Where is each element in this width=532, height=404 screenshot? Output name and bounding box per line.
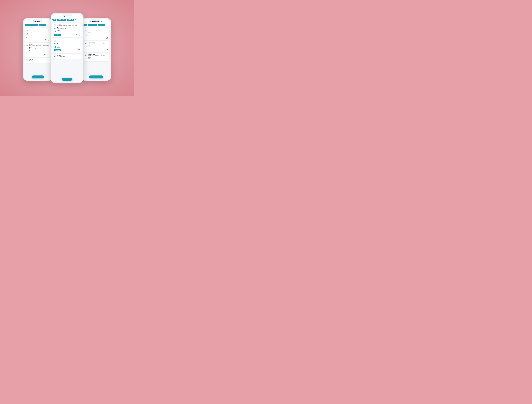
q-delete-icon-1[interactable]: [78, 34, 80, 36]
card-row-detail-1: Detail Learn how to use SketchUp to crea…: [26, 32, 50, 35]
related-status-icon-1: [85, 34, 87, 36]
tab-edit-center[interactable]: Edit: [52, 19, 56, 21]
card-row-detail-2: Detail Beginners to Intermediate Users: [26, 47, 50, 50]
related-book-icon-1: [85, 29, 87, 32]
related-status-icon-2: [85, 45, 87, 48]
phone-notch-center: [62, 14, 72, 16]
tab-bar-right: Edit Course Include What Learn: [82, 23, 110, 27]
related-card-actions-1: [85, 37, 108, 39]
related-card-3: Related Courses Music Production with Mi…: [83, 53, 109, 61]
tab-whatlearn-right[interactable]: What Learn: [97, 24, 105, 26]
back-arrow-left[interactable]: ←: [25, 20, 27, 22]
add-ans-btn-2[interactable]: + Add Ans.: [54, 49, 61, 51]
back-arrow-right[interactable]: ←: [84, 20, 85, 22]
detail-info-2: Detail Beginners to Intermediate Users: [29, 47, 42, 50]
q-check-icon-2[interactable]: [75, 49, 77, 51]
q-question-info-1: Q: What is Flutter describe: [57, 27, 66, 29]
add-what-learns-btn[interactable]: + Add What Learns: [32, 76, 44, 78]
card-row-courses-3: Courses Pro Ske...: [26, 59, 50, 61]
phone-left: ← What Learns Edit Course Include What L…: [23, 18, 53, 81]
svg-rect-21: [55, 47, 55, 48]
tab-course-left[interactable]: Course Include: [29, 24, 38, 26]
q-status-icon-1: [54, 30, 56, 33]
svg-rect-15: [54, 32, 54, 32]
q-courses-row-3: Courses Pro SketchUp - A P...: [54, 55, 80, 57]
tab-course-center[interactable]: Course Include: [57, 19, 66, 21]
phone-center: ← Question Edit Course Include What Lear…: [51, 13, 83, 83]
q-card-actions-1: [75, 34, 80, 36]
add-question-btn[interactable]: + Add Question: [62, 78, 72, 81]
related-row-1: Related Courses Internationally Accredit…: [85, 29, 108, 33]
svg-rect-27: [86, 34, 87, 36]
q-courses-row-2: Courses Pro SketchUp - A Practical Cours…: [54, 39, 80, 42]
tab-bar-left: Edit Course Include What Learn: [24, 23, 52, 27]
q-courses-info-1: Courses Pro SketchUp - A Practical Cours…: [57, 24, 77, 26]
tab-more-left: [47, 25, 48, 25]
svg-rect-29: [85, 47, 85, 47]
svg-rect-35: [86, 58, 87, 59]
screen-right: ← Related Courses Edit Course Include Wh…: [82, 19, 110, 80]
back-arrow-center[interactable]: ←: [53, 15, 55, 17]
svg-rect-22: [55, 46, 56, 48]
related-info-1: Related Courses Internationally Accredit…: [88, 29, 108, 33]
q-status-icon-2: [54, 46, 56, 48]
q-delete-icon-2[interactable]: [78, 49, 80, 51]
q-question-row-2: Q: this is Questions: [54, 43, 80, 45]
related-info-3: Related Courses Music Production with Mi…: [88, 54, 104, 56]
card-left-1: Courses Pro SketchUp - A Practical Cours…: [25, 28, 51, 42]
edit-check-icon-1[interactable]: [44, 38, 46, 41]
related-status-row-3: Status Active: [85, 57, 108, 59]
svg-rect-4: [27, 37, 27, 38]
delete-icon-1[interactable]: [47, 38, 50, 41]
tab-whatlearn-left[interactable]: What Learn: [39, 24, 46, 26]
q-card-1: Courses Pro SketchUp - A Practical Cours…: [52, 23, 82, 37]
status-info-1: Status Active: [29, 36, 32, 38]
svg-rect-11: [28, 51, 28, 52]
tab-course-right[interactable]: Course Include: [88, 24, 97, 26]
edit-check-icon-2[interactable]: [44, 53, 46, 56]
status-icon-1: [26, 36, 28, 38]
svg-rect-9: [26, 52, 27, 52]
svg-rect-34: [86, 58, 86, 59]
related-status-info-2: Status Active: [88, 45, 91, 48]
related-info-2: Related Courses Pro SketchUp - A Practic…: [88, 42, 108, 44]
svg-rect-20: [54, 47, 54, 48]
related-status-icon-3: [85, 57, 87, 59]
related-check-icon-1[interactable]: [103, 37, 105, 39]
tab-edit-left[interactable]: Edit: [25, 24, 29, 26]
screen-center: ← Question Edit Course Include What Lear…: [51, 14, 83, 82]
courses-info-3: Courses Pro Ske...: [29, 59, 33, 61]
related-delete-icon-1[interactable]: [106, 37, 108, 39]
related-book-icon-2: [85, 42, 87, 45]
tab-whatlearn-center[interactable]: What Learn: [67, 19, 74, 21]
add-related-courses-btn[interactable]: + Add Related Courses: [89, 76, 103, 78]
q-chat-icon-2: [54, 43, 56, 45]
q-card-3: Courses Pro SketchUp - A P...: [52, 54, 82, 59]
related-delete-icon-2[interactable]: [106, 48, 108, 50]
q-check-icon-1[interactable]: [75, 34, 77, 36]
q-chat-icon-1: [54, 27, 56, 30]
q-book-icon-3: [54, 55, 56, 57]
card-left-3: Courses Pro Ske...: [25, 58, 51, 63]
related-status-row-1: Status Active: [85, 34, 108, 36]
related-card-actions-2: [85, 48, 108, 50]
q-status-row-1: Status Inactive: [54, 30, 80, 33]
delete-icon-2[interactable]: [47, 53, 50, 56]
phones-container: ← What Learns Edit Course Include What L…: [23, 13, 111, 83]
detail-icon-1: [26, 32, 28, 35]
q-courses-info-2: Courses Pro SketchUp - A Practical Cours…: [57, 39, 77, 42]
related-book-icon-3: [85, 54, 87, 56]
svg-rect-10: [27, 51, 27, 52]
card-left-2: Courses Pro SketchUp - A Practical Cours…: [25, 43, 51, 57]
svg-rect-5: [28, 36, 28, 38]
card-row-courses-1: Courses Pro SketchUp - A Practical Cours…: [26, 29, 50, 32]
related-check-icon-2[interactable]: [103, 48, 105, 50]
svg-rect-25: [85, 35, 85, 36]
card-actions-1: [26, 38, 50, 41]
q-card-footer-1: + Add Ans.: [54, 33, 80, 36]
svg-rect-16: [55, 31, 55, 32]
q-question-info-2: Q: this is Questions: [57, 43, 64, 45]
related-card-1: Related Courses Internationally Accredit…: [83, 28, 109, 40]
tab-edit-right[interactable]: Edit: [83, 24, 87, 26]
add-ans-btn-1[interactable]: + Add Ans.: [54, 34, 61, 36]
